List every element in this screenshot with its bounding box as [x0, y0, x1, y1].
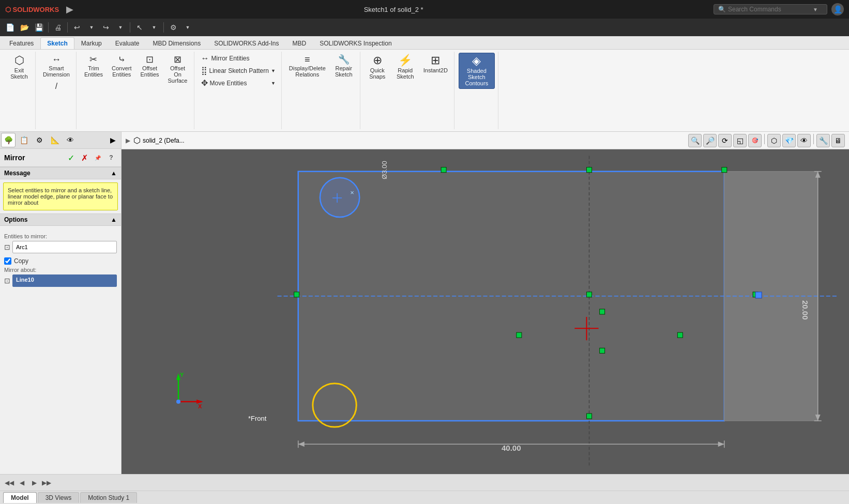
move-entities-label: Move Entities: [210, 80, 247, 87]
tab-features[interactable]: Features: [3, 37, 40, 49]
options-section-header[interactable]: Options ▲: [0, 213, 121, 226]
quick-access-toolbar: 📄 📂 💾 🖨 ↩ ▼ ↪ ▼ ↖ ▼ ⚙ ▼: [0, 19, 849, 36]
tab-3d-views[interactable]: 3D Views: [38, 492, 79, 503]
tab-sw-addins[interactable]: SOLIDWORKS Add-Ins: [207, 37, 285, 49]
repair-sketch-btn[interactable]: 🔧 RepairSketch: [331, 53, 357, 80]
search-input[interactable]: [728, 6, 811, 13]
quick-snaps-btn[interactable]: ⊕ QuickSnaps: [365, 53, 390, 82]
view-setting-btn[interactable]: 👁: [797, 134, 811, 147]
options-dropdown[interactable]: ▼: [181, 21, 194, 34]
message-box: Select entities to mirror and a sketch l…: [3, 182, 118, 210]
entities-input[interactable]: [12, 241, 117, 253]
svg-rect-10: [294, 292, 299, 297]
ribbon-group-mirror: ↔ Mirror Entities ⣿ Linear Sketch Patter…: [195, 52, 282, 129]
hide-show-btn[interactable]: 🔧: [816, 134, 830, 147]
smart-dimension-label: SmartDimension: [43, 65, 70, 78]
sketch-svg: × Ø3.00 40.00 20.00: [122, 149, 849, 474]
display-style-btn[interactable]: ⬡: [767, 134, 781, 147]
copy-checkbox[interactable]: [4, 257, 11, 265]
feature-tree-item[interactable]: ⬡ solid_2 (Defa...: [133, 135, 185, 145]
viewport[interactable]: × Ø3.00 40.00 20.00: [122, 149, 849, 474]
dimxpert-tab[interactable]: 📐: [48, 133, 62, 147]
exit-sketch-icon: ⬡: [14, 55, 24, 66]
trim-entities-btn[interactable]: ✂ TrimEntities: [81, 53, 107, 86]
accept-btn[interactable]: ✓: [65, 152, 77, 163]
select-btn[interactable]: ↖: [133, 21, 146, 34]
expand-panel-btn[interactable]: ▶: [105, 133, 120, 147]
nav-start-btn[interactable]: ◀◀: [4, 478, 14, 488]
nav-next-btn[interactable]: ▶: [29, 478, 39, 488]
line-icon: /: [55, 82, 57, 91]
rapid-sketch-btn[interactable]: ⚡ RapidSketch: [392, 53, 418, 82]
convert-entities-btn[interactable]: ⤷ ConvertEntities: [109, 53, 135, 86]
pin-btn[interactable]: 📌: [92, 152, 103, 163]
zoom-btn[interactable]: 🔎: [703, 134, 717, 147]
tab-motion-study[interactable]: Motion Study 1: [80, 492, 137, 503]
exit-sketch-btn[interactable]: ⬡ ExitSketch: [6, 53, 32, 82]
orient-view-btn[interactable]: 🔍: [688, 134, 702, 147]
avatar[interactable]: 👤: [831, 3, 844, 16]
feature-tree-expand[interactable]: ▶: [126, 137, 130, 144]
scene-btn[interactable]: 💎: [782, 134, 796, 147]
linear-pattern-btn[interactable]: ⣿ Linear Sketch Pattern ▼: [199, 65, 278, 77]
offset-surface-label: OffsetOnSurface: [168, 65, 188, 84]
shaded-sketch-btn[interactable]: ◈ ShadedSketchContours: [459, 53, 495, 89]
display-manager-tab[interactable]: 👁: [63, 133, 78, 147]
offset-surface-btn[interactable]: ⊠ OffsetOnSurface: [165, 53, 191, 86]
move-entities-btn[interactable]: ✥ Move Entities ▼: [199, 77, 278, 89]
svg-rect-12: [755, 292, 762, 298]
save-btn[interactable]: 💾: [32, 21, 46, 34]
mirror-entities-btn[interactable]: ↔ Mirror Entities: [199, 53, 278, 64]
svg-rect-17: [600, 348, 605, 353]
section-view-btn[interactable]: ◱: [733, 134, 747, 147]
line-btn[interactable]: /: [53, 81, 60, 92]
configuration-tab[interactable]: ⚙: [32, 133, 47, 147]
move-entities-dropdown[interactable]: ▼: [271, 81, 276, 86]
svg-text:Y: Y: [180, 372, 184, 378]
apply-scene-btn[interactable]: 🖥: [831, 134, 845, 147]
nav-prev-btn[interactable]: ◀: [17, 478, 27, 488]
feature-tree-bar: ▶ ⬡ solid_2 (Defa... 🔍 🔎 ⟳ ◱ 🎯 ⬡ 💎 👁 🔧 🖥: [122, 132, 849, 149]
viewport-container: ▶ ⬡ solid_2 (Defa... 🔍 🔎 ⟳ ◱ 🎯 ⬡ 💎 👁 🔧 🖥: [122, 132, 849, 474]
new-file-btn[interactable]: 📄: [3, 21, 17, 34]
message-section-header[interactable]: Message ▲: [0, 167, 121, 179]
select-dropdown[interactable]: ▼: [147, 21, 161, 34]
tab-mbd-dimensions[interactable]: MBD Dimensions: [146, 37, 207, 49]
linear-pattern-dropdown[interactable]: ▼: [271, 68, 276, 73]
instant2d-btn[interactable]: ⊞ Instant2D: [420, 53, 451, 82]
convert-entities-label: ConvertEntities: [112, 65, 132, 78]
redo-dropdown[interactable]: ▼: [114, 21, 127, 34]
property-manager-tab[interactable]: 📋: [17, 133, 31, 147]
undo-dropdown[interactable]: ▼: [85, 21, 98, 34]
options-btn[interactable]: ⚙: [166, 21, 180, 34]
undo-btn[interactable]: ↩: [70, 21, 84, 34]
display-delete-label: Display/DeleteRelations: [289, 65, 326, 78]
mirror-entities-icon: ↔: [201, 54, 209, 63]
svg-rect-9: [586, 414, 592, 419]
search-box[interactable]: 🔍 ▼: [714, 4, 827, 14]
tab-evaluate[interactable]: Evaluate: [109, 37, 146, 49]
offset-surface-icon: ⊠: [174, 55, 181, 64]
tab-sw-inspection[interactable]: SOLIDWORKS Inspection: [313, 37, 398, 49]
tab-model[interactable]: Model: [3, 492, 37, 503]
tab-sketch[interactable]: Sketch: [40, 37, 74, 49]
help-btn[interactable]: ?: [105, 152, 117, 163]
display-delete-btn[interactable]: ≡ Display/DeleteRelations: [286, 53, 329, 80]
redo-btn[interactable]: ↪: [99, 21, 113, 34]
reject-btn[interactable]: ✗: [79, 152, 90, 163]
feature-manager-tab[interactable]: 🌳: [1, 133, 16, 147]
tab-mbd[interactable]: MBD: [286, 37, 313, 49]
offset-entities-btn[interactable]: ⊡ OffsetEntities: [137, 53, 163, 86]
view-orient-btn[interactable]: 🎯: [748, 134, 762, 147]
display-delete-icon: ≡: [305, 55, 310, 64]
play-button[interactable]: ▶: [66, 4, 73, 15]
previous-view-btn[interactable]: ⟳: [718, 134, 732, 147]
open-file-btn[interactable]: 📂: [18, 21, 31, 34]
smart-dimension-btn[interactable]: ↔ SmartDimension: [40, 53, 73, 80]
tab-markup[interactable]: Markup: [74, 37, 109, 49]
search-dropdown-icon[interactable]: ▼: [813, 7, 818, 12]
nav-end-btn[interactable]: ▶▶: [41, 478, 52, 488]
print-btn[interactable]: 🖨: [51, 21, 65, 34]
mirror-about-input[interactable]: Line10: [12, 274, 117, 287]
message-text: Select entities to mirror and a sketch l…: [8, 187, 113, 206]
